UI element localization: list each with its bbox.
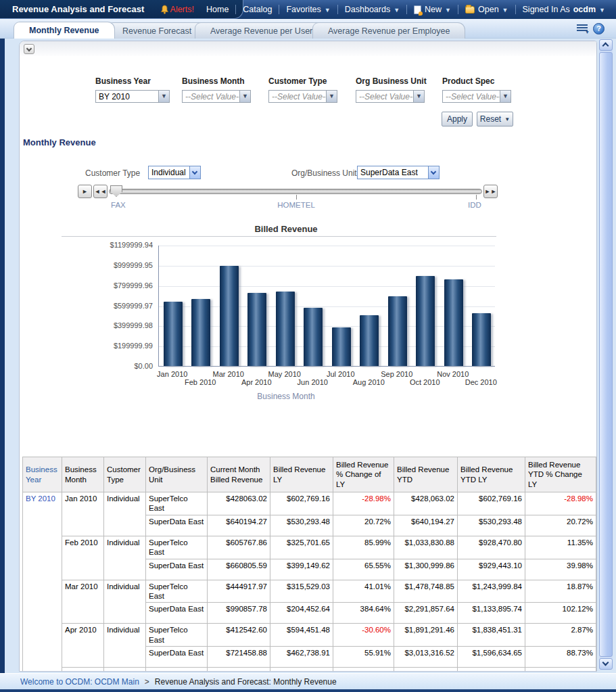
- chart-x-tick-label: Nov 2010: [429, 370, 477, 378]
- cell-business-month: Jan 2010: [62, 492, 104, 536]
- cell-billed-revenue-ytd: $1,478,748.85: [394, 580, 458, 603]
- tab-monthly-revenue[interactable]: Monthly Revenue: [14, 22, 115, 39]
- menu-new[interactable]: New▼: [407, 5, 458, 14]
- alerts-bell-icon[interactable]: [160, 5, 169, 14]
- cell-business-year[interactable]: BY 2010: [23, 492, 62, 672]
- product-slider-track[interactable]: [109, 189, 482, 194]
- bar-sep-2010[interactable]: [388, 296, 407, 366]
- cell-org-unit: SuperData East: [146, 559, 208, 580]
- cell-pct-change-ly: -30.60%: [333, 624, 394, 647]
- reset-button[interactable]: Reset▼: [477, 112, 513, 126]
- tab-revenue-forecast[interactable]: Revenue Forecast: [107, 22, 207, 39]
- bar-feb-2010[interactable]: [191, 299, 210, 366]
- tab-avg-revenue-per-user[interactable]: Average Revenue per User: [195, 22, 328, 39]
- cell-org-unit: SuperTelco East: [146, 536, 208, 559]
- bar-apr-2010[interactable]: [247, 293, 266, 366]
- signed-in-prefix: Signed In As: [523, 5, 570, 14]
- customer-type-select[interactable]: --Select Value--▼: [268, 90, 337, 103]
- chart-x-axis-title: Business Month: [151, 392, 421, 401]
- revenue-table[interactable]: Business YearBusiness MonthCustomer Type…: [22, 457, 596, 672]
- apply-button[interactable]: Apply: [442, 112, 473, 126]
- table-header-0[interactable]: Business Year: [23, 457, 62, 492]
- new-document-icon: [414, 5, 421, 14]
- panel-header-strip: [20, 41, 596, 56]
- cell-customer-type: Individual: [104, 492, 146, 536]
- chevron-down-icon: ▼: [599, 7, 605, 14]
- menu-favorites[interactable]: Favorites▼: [279, 5, 337, 14]
- slider-step-forward-button[interactable]: ►►: [483, 185, 498, 198]
- breadcrumb: Welcome to OCDM: OCDM Main > Revenue Ana…: [0, 673, 616, 692]
- chart-x-tick-label: Apr 2010: [233, 378, 280, 386]
- bar-jul-2010[interactable]: [332, 327, 351, 366]
- business-year-select[interactable]: BY 2010▼: [95, 90, 170, 103]
- cell-billed-revenue-ly: $325,701.65: [270, 536, 333, 559]
- table-row: May 2010IndividualSuperTelco East$896655…: [23, 668, 596, 672]
- chart-x-tick-label: Jan 2010: [149, 370, 196, 378]
- cell-org-unit: SuperData East: [146, 647, 208, 668]
- cell-billed-revenue-ly: $204,452.64: [270, 603, 333, 624]
- collapse-section-button[interactable]: [24, 44, 34, 54]
- chart-x-tick-label: Mar 2010: [205, 370, 252, 378]
- breadcrumb-home-link[interactable]: Welcome to OCDM: OCDM Main: [20, 677, 139, 687]
- cell-org-unit: SuperData East: [146, 515, 208, 536]
- cell-ytd-pct-change-ly: 39.98%: [525, 559, 596, 580]
- slider-play-button[interactable]: ►: [78, 185, 92, 198]
- alerts-link[interactable]: Alerts!: [169, 5, 199, 14]
- page-options-icon[interactable]: ▼: [577, 24, 589, 34]
- menu-home[interactable]: Home: [199, 5, 235, 14]
- table-header-1: Business Month: [62, 457, 104, 492]
- menu-catalog[interactable]: Catalog: [236, 5, 279, 14]
- signed-in-menu[interactable]: Signed In As ocdm ▼: [516, 5, 612, 14]
- bar-jun-2010[interactable]: [304, 308, 323, 366]
- bar-jan-2010[interactable]: [164, 302, 183, 366]
- chart-y-tick-label: $999999.95: [92, 261, 153, 269]
- menu-dashboards[interactable]: Dashboards▼: [338, 5, 406, 14]
- cell-pct-change-ly: 41.01%: [333, 580, 394, 603]
- billed-revenue-chart[interactable]: [158, 246, 495, 367]
- bar-dec-2010[interactable]: [472, 313, 491, 366]
- product-spec-select[interactable]: --Select Value--▼: [442, 90, 511, 103]
- bar-oct-2010[interactable]: [416, 276, 435, 366]
- slider-tick-hometel[interactable]: HOMETEL: [262, 201, 330, 209]
- bar-nov-2010[interactable]: [444, 279, 463, 366]
- section-title: Monthly Revenue: [23, 137, 96, 147]
- chevron-down-icon: ▼: [394, 7, 400, 14]
- cell-billed-revenue-ytd-ly: $928,470.80: [458, 536, 525, 559]
- cell-current-month-billed: $721458.88: [208, 647, 270, 668]
- cell-billed-revenue-ytd-ly: $1,596,634.65: [458, 647, 525, 668]
- slider-tick-fax[interactable]: FAX: [111, 201, 126, 209]
- dashboard-content-panel: Business Year Business Month Customer Ty…: [19, 41, 597, 672]
- business-month-select[interactable]: --Select Value--▼: [182, 90, 251, 103]
- chart-y-tick-label: $199999.99: [92, 342, 153, 350]
- dropdown-arrow-icon: ▼: [158, 91, 169, 102]
- bar-mar-2010[interactable]: [220, 266, 239, 366]
- table-row: Feb 2010IndividualSuperTelco East$605767…: [23, 536, 596, 559]
- chart-title-divider: [62, 236, 496, 237]
- help-icon[interactable]: ?: [593, 23, 605, 34]
- chart-org-unit-select[interactable]: SuperData East: [357, 166, 440, 179]
- chart-customer-type-select[interactable]: Individual: [148, 166, 201, 179]
- slider-tick-idd[interactable]: IDD: [468, 201, 481, 209]
- dropdown-arrow-icon: [428, 166, 439, 179]
- scroll-down-button[interactable]: [599, 658, 613, 670]
- table-header-2: Customer Type: [104, 457, 146, 492]
- slider-step-back-button[interactable]: ◄◄: [93, 185, 108, 198]
- cell-billed-revenue-ytd: $1,033,830.88: [394, 536, 458, 559]
- org-business-unit-select[interactable]: --Select Value--▼: [356, 90, 425, 103]
- tab-avg-revenue-per-employee[interactable]: Average Revenue per Employee: [312, 22, 465, 39]
- bar-aug-2010[interactable]: [360, 315, 379, 366]
- table-header-3: Org/Business Unit: [146, 457, 208, 492]
- product-slider-thumb[interactable]: [110, 185, 122, 197]
- cell-ytd-pct-change-ly: -28.98%: [525, 492, 596, 515]
- cell-billed-revenue-ytd: $2,291,857.64: [394, 603, 458, 624]
- cell-billed-revenue-ytd-ly: $530,293.48: [458, 515, 525, 536]
- cell-current-month-billed: $640194.27: [208, 515, 270, 536]
- breadcrumb-current: Revenue Analysis and Forecast: Monthly R…: [155, 677, 337, 687]
- cell-current-month-billed: $444917.97: [208, 580, 270, 603]
- bar-may-2010[interactable]: [276, 292, 295, 366]
- cell-billed-revenue-ytd: $1,891,291.46: [394, 624, 458, 647]
- menu-open[interactable]: Open▼: [458, 5, 515, 14]
- cell-billed-revenue-ytd: $2,787,946.59: [394, 668, 458, 672]
- scroll-up-button[interactable]: [599, 39, 613, 51]
- vertical-scrollbar-thumb[interactable]: [599, 52, 613, 657]
